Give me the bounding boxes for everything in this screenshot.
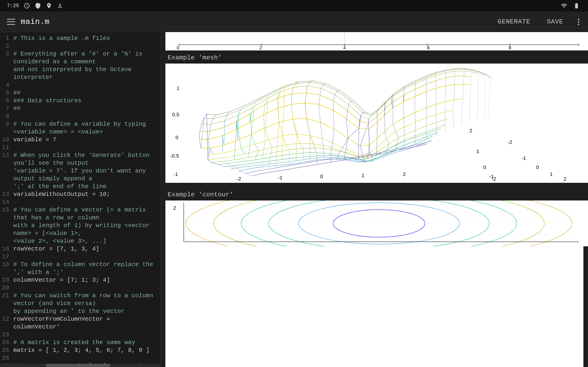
svg-text:2: 2 [564, 176, 566, 182]
code-line-14: 14 [0, 198, 161, 206]
code-line-12b: 'variable = 7'. If you don't want any ou… [0, 167, 161, 183]
more-options-button[interactable] [576, 16, 581, 27]
code-line-7: 7 ## [0, 105, 161, 112]
code-line-16: 16 rowVector = [7, 1, 3, 4] [0, 245, 161, 253]
svg-text:1: 1 [362, 173, 364, 178]
svg-text:1: 1 [476, 148, 479, 154]
mesh-3d-plot: 1 0.5 0 -0.5 -1 -2 -1 0 1 2 2 1 0 -1 -2 … [165, 64, 588, 183]
code-line-12: 12 # When you click the 'Generate' butto… [0, 151, 161, 167]
svg-text:1: 1 [177, 85, 179, 91]
battery-icon [572, 2, 581, 9]
svg-text:2: 2 [259, 45, 262, 50]
code-line-5: 5 ## [0, 89, 161, 97]
svg-text:0: 0 [177, 45, 179, 50]
svg-text:6: 6 [427, 45, 430, 50]
contour-label: Example 'contour' [161, 187, 588, 200]
location-icon [46, 2, 52, 9]
time-display: 7:25 [7, 3, 19, 9]
svg-text:-0.5: -0.5 [170, 153, 179, 159]
main-content: 1 # This is a sample .m filex 2 3 # Ever… [0, 32, 588, 367]
code-line-15: 15 # You can define a vector (= a matrix… [0, 206, 161, 222]
svg-text:-2: -2 [492, 176, 496, 182]
code-line-21: 21 # You can switch from a row to a colu… [0, 292, 161, 307]
code-line-21b: by appending an ' to the vector [0, 307, 161, 315]
a-icon [57, 2, 63, 9]
wifi-icon [560, 2, 568, 9]
output-panel: 0 2 4 6 8 Example 'mesh' 1 0.5 0 -0.5 -1 [161, 32, 588, 367]
svg-text:-1: -1 [278, 175, 283, 181]
code-line-3b: and not interpreted by the Octave interp… [0, 66, 161, 81]
code-line-4: 4 [0, 81, 161, 89]
svg-text:-2: -2 [508, 139, 512, 145]
code-line-1: 1 # This is a sample .m filex [0, 34, 161, 42]
code-editor[interactable]: 1 # This is a sample .m filex 2 3 # Ever… [0, 32, 161, 367]
code-line-11: 11 [0, 144, 161, 151]
code-line-6: 6 ### Data structures [0, 97, 161, 105]
top-axis-plot: 0 2 4 6 8 [165, 32, 588, 50]
contour-plot-container: 2 [165, 200, 583, 367]
status-bar-right [560, 2, 581, 9]
code-line-12c: ';' at the end of the line [0, 183, 161, 190]
code-line-22: 22 rowVectorFromColumnVector = columnVec… [0, 315, 161, 331]
code-line-15b: with a length of 1) by writing <vector n… [0, 222, 161, 237]
svg-text:0: 0 [483, 165, 486, 170]
status-bar: 7:25 [0, 0, 588, 11]
code-line-26: 26 [0, 354, 161, 362]
svg-text:1: 1 [550, 171, 553, 177]
code-line-15c: <value 2>, <value 3>, ...] [0, 237, 161, 245]
code-line-2: 2 [0, 42, 161, 50]
code-line-3: 3 # Everything after a '#' or a '%' is c… [0, 50, 161, 66]
contour-plot: 2 [165, 200, 588, 246]
svg-text:-1: -1 [521, 155, 526, 161]
code-line-17: 17 [0, 253, 161, 261]
generate-button[interactable]: GENERATE [494, 16, 534, 27]
svg-text:-1: -1 [173, 171, 178, 177]
code-line-8: 8 [0, 112, 161, 120]
mesh-plot-container: 1 0.5 0 -0.5 -1 -2 -1 0 1 2 2 1 0 -1 -2 … [165, 64, 583, 183]
svg-text:0: 0 [175, 135, 178, 140]
svg-text:0: 0 [536, 165, 539, 170]
code-line-23: 23 [0, 331, 161, 339]
svg-text:2: 2 [173, 205, 176, 211]
alarm-icon [24, 2, 30, 9]
scrollbar-track[interactable] [0, 364, 161, 367]
code-line-19: 19 columnVector = [7; 1; 3; 4] [0, 276, 161, 284]
toolbar: main.m GENERATE SAVE [0, 11, 588, 32]
svg-text:8: 8 [509, 45, 511, 50]
svg-text:-2: -2 [237, 176, 241, 182]
top-plot-section: 0 2 4 6 8 [161, 32, 588, 50]
code-area: 1 # This is a sample .m filex 2 3 # Ever… [0, 32, 161, 367]
file-title: main.m [21, 17, 49, 26]
code-line-18: 18 # To define a column vector replace t… [0, 261, 161, 276]
svg-text:2: 2 [469, 128, 472, 133]
code-line-10: 10 variable = 7 [0, 136, 161, 144]
code-line-25: 25 matrix = [ 1, 2, 3; 4, 5, 6; 7, 8, 9 … [0, 346, 161, 354]
status-bar-left: 7:25 [7, 2, 63, 9]
code-line-24: 24 # A matrix is created the same way [0, 339, 161, 346]
shield-icon [35, 2, 41, 9]
menu-icon[interactable] [7, 19, 15, 25]
svg-text:2: 2 [403, 171, 406, 177]
toolbar-left: main.m [7, 17, 494, 26]
save-button[interactable]: SAVE [543, 16, 567, 27]
svg-text:0.5: 0.5 [172, 112, 179, 117]
code-line-13: 13 variableWithoutOutput = 10; [0, 190, 161, 198]
svg-text:0: 0 [320, 174, 323, 179]
svg-text:4: 4 [343, 45, 346, 50]
mesh-label: Example 'mesh' [161, 50, 588, 64]
code-line-20: 20 [0, 284, 161, 292]
code-line-9: 9 # You can define a variable by typing … [0, 120, 161, 136]
toolbar-right: GENERATE SAVE [494, 16, 581, 27]
scrollbar-thumb[interactable] [46, 364, 110, 367]
